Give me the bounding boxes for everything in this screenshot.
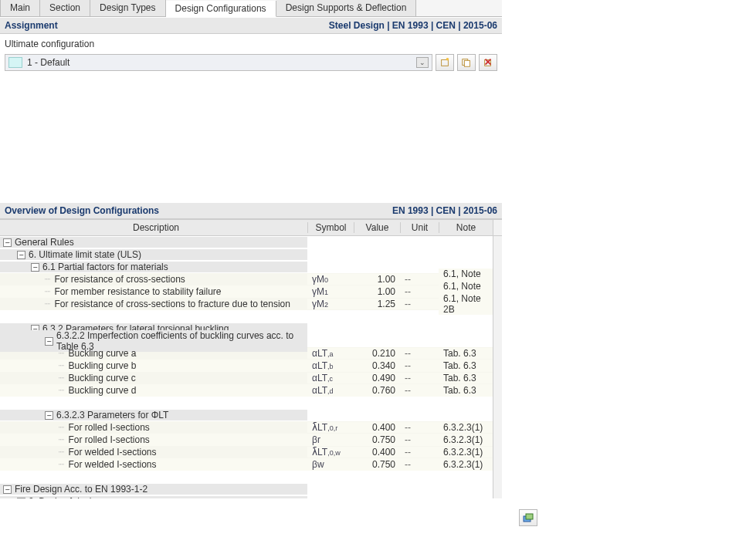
row-label: For rolled I-sections	[68, 434, 149, 445]
tree-group[interactable]: −General Rules	[0, 236, 502, 248]
col-value[interactable]: Value	[354, 222, 400, 233]
row-description: ┈ Buckling curve c	[0, 373, 307, 383]
collapse-toggle[interactable]: −	[17, 251, 25, 259]
tab-design-configurations[interactable]: Design Configurations	[166, 1, 276, 17]
row-label: 6.1 Partial factors for materials	[42, 262, 168, 272]
row-label: General Rules	[15, 237, 74, 248]
tab-design-types[interactable]: Design Types	[90, 0, 166, 16]
row-note: Tab. 6.3	[439, 373, 493, 383]
config-tree[interactable]: −General Rules−6. Ultimate limit state (…	[0, 236, 502, 498]
row-symbol: βw	[307, 459, 354, 470]
row-label: Fire Design Acc. to EN 1993-1-2	[15, 484, 147, 495]
row-label: For welded I-sections	[68, 447, 156, 458]
tree-row[interactable]: ┈ For resistance of cross-sectionsγM01.0…	[0, 273, 502, 285]
tree-group[interactable]: −6.3.2.3 Parameters for ΦLT	[0, 409, 502, 421]
tab-design-supports[interactable]: Design Supports & Deflection	[276, 0, 417, 16]
row-symbol: αLT,d	[307, 385, 354, 396]
row-description: −6.3.2.3 Parameters for ΦLT	[0, 410, 307, 420]
tree-row[interactable]: ┈ For rolled I-sectionsβr0.750--6.3.2.3(…	[0, 434, 502, 446]
chevron-down-icon[interactable]: ⌄	[416, 57, 429, 68]
overview-header: Overview of Design Configurations EN 199…	[0, 202, 502, 219]
config-dropdown[interactable]: 1 - Default ⌄	[5, 54, 432, 71]
tree-row[interactable]: ┈ Buckling curve bαLT,b0.340--Tab. 6.3	[0, 360, 502, 372]
row-value[interactable]: 0.210	[354, 348, 400, 359]
blank-row	[0, 310, 502, 323]
svg-rect-8	[526, 514, 533, 519]
tree-group[interactable]: −6.3.2.2 Imperfection coefficients of bu…	[0, 335, 502, 347]
row-value[interactable]: 0.490	[354, 373, 400, 383]
row-note: 6.3.2.3(1)	[439, 447, 493, 458]
blank-row	[0, 471, 502, 483]
ultimate-config-label: Ultimate configuration	[5, 37, 497, 54]
row-unit: --	[400, 286, 439, 297]
row-description: ┈ For resistance of cross-sections	[0, 274, 307, 285]
row-value[interactable]: 0.340	[354, 360, 400, 371]
row-value[interactable]: 1.25	[354, 299, 400, 309]
blank-row	[0, 397, 502, 409]
tree-group[interactable]: −Fire Design Acc. to EN 1993-1-2	[0, 483, 502, 495]
copy-config-icon	[461, 57, 472, 68]
row-description: ┈ For welded I-sections	[0, 447, 307, 458]
row-value[interactable]: 0.400	[354, 422, 400, 433]
row-note: 6.3.2.3(1)	[439, 422, 493, 433]
assignment-title: Assignment	[5, 20, 58, 31]
config-selected-text: 1 - Default	[27, 57, 69, 68]
row-value[interactable]: 1.00	[354, 274, 400, 285]
collapse-toggle[interactable]: −	[3, 238, 12, 247]
row-description: ┈ For rolled I-sections	[0, 434, 307, 445]
config-color-swatch	[8, 57, 22, 68]
row-note: Tab. 6.3	[439, 348, 493, 359]
delete-config-button[interactable]	[479, 54, 497, 71]
collapse-toggle[interactable]: −	[45, 337, 53, 346]
row-description: −Fire Design Acc. to EN 1993-1-2	[0, 484, 307, 495]
col-description[interactable]: Description	[0, 222, 307, 233]
row-value[interactable]: 0.400	[354, 447, 400, 458]
tree-group[interactable]: −6.1 Partial factors for materials	[0, 261, 502, 273]
tab-main[interactable]: Main	[0, 0, 40, 16]
row-description: −6.1 Partial factors for materials	[0, 262, 307, 272]
tree-row[interactable]: ┈ For resistance of cross-sections to fr…	[0, 298, 502, 310]
tree-row[interactable]: ┈ For welded I-sectionsλ̄LT,0,w0.400--6.…	[0, 446, 502, 458]
tree-row[interactable]: ┈ Buckling curve dαLT,d0.760--Tab. 6.3	[0, 384, 502, 397]
row-label: For member resistance to stability failu…	[54, 286, 221, 297]
assignment-body	[5, 71, 497, 202]
tree-group[interactable]: −6. Ultimate limit state (ULS)	[0, 248, 502, 261]
tree-row[interactable]: ┈ Buckling curve cαLT,c0.490--Tab. 6.3	[0, 372, 502, 384]
row-label: Buckling curve c	[68, 373, 135, 383]
tree-row[interactable]: ┈ For welded I-sectionsβw0.750--6.3.2.3(…	[0, 458, 502, 471]
row-unit: --	[400, 373, 439, 383]
tree-row[interactable]: ┈ For member resistance to stability fai…	[0, 285, 502, 298]
new-config-icon	[439, 57, 450, 68]
row-label: Buckling curve d	[68, 385, 136, 396]
new-config-button[interactable]	[436, 54, 454, 71]
tab-section[interactable]: Section	[40, 0, 90, 16]
row-unit: --	[400, 422, 439, 433]
row-unit: --	[400, 459, 439, 470]
row-unit: --	[400, 385, 439, 396]
collapse-toggle[interactable]: −	[45, 411, 53, 420]
side-tool-button[interactable]	[519, 509, 537, 526]
row-label: For rolled I-sections	[68, 422, 149, 433]
row-value[interactable]: 0.750	[354, 434, 400, 445]
col-symbol[interactable]: Symbol	[307, 222, 354, 233]
row-value[interactable]: 0.750	[354, 459, 400, 470]
assignment-meta: Steel Design | EN 1993 | CEN | 2015-06	[329, 20, 497, 31]
overview-title: Overview of Design Configurations	[5, 205, 159, 216]
collapse-toggle[interactable]: −	[3, 485, 12, 494]
col-note[interactable]: Note	[439, 222, 493, 233]
row-value[interactable]: 1.00	[354, 286, 400, 297]
tree-row[interactable]: ┈ Buckling curve aαLT,a0.210--Tab. 6.3	[0, 347, 502, 360]
tree-row[interactable]: ┈ For rolled I-sectionsλ̄LT,0,r0.400--6.…	[0, 421, 502, 434]
row-symbol: βr	[307, 434, 354, 445]
copy-config-button[interactable]	[457, 54, 476, 71]
row-description: ┈ Buckling curve a	[0, 348, 307, 359]
row-value[interactable]: 0.760	[354, 385, 400, 396]
vertical-scrollbar[interactable]	[493, 236, 502, 498]
scrollbar-gutter[interactable]	[493, 220, 502, 235]
row-description: ┈ Buckling curve d	[0, 385, 307, 396]
tree-group[interactable]: −2. Basis of design	[0, 495, 502, 498]
svg-rect-0	[442, 60, 449, 66]
collapse-toggle[interactable]: −	[17, 498, 25, 499]
col-unit[interactable]: Unit	[400, 222, 439, 233]
collapse-toggle[interactable]: −	[31, 263, 39, 272]
